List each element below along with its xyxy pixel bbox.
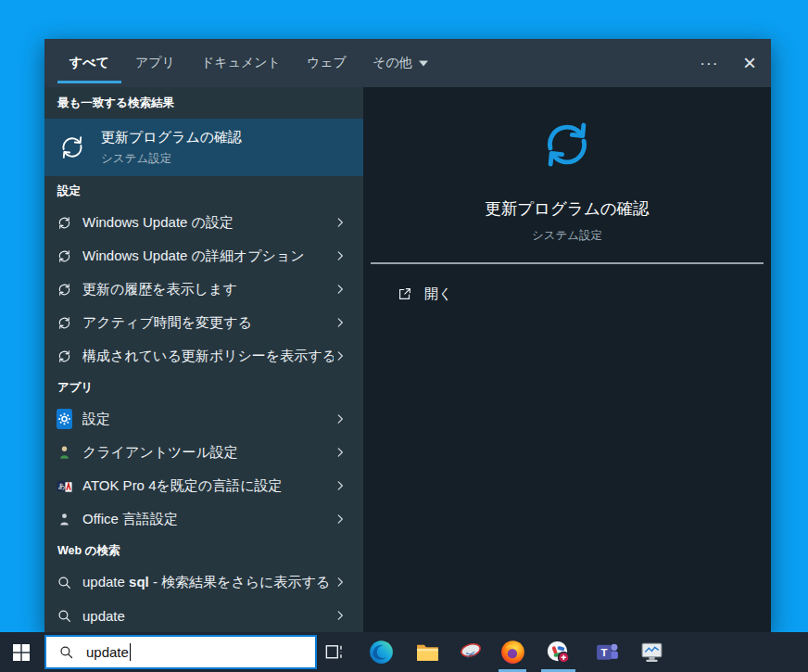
result-row[interactable]: Office 言語設定 <box>44 502 363 536</box>
taskbar: update ✂ T <box>0 632 808 672</box>
teams-icon[interactable]: T <box>594 639 620 665</box>
tab-others[interactable]: その他 <box>360 39 441 87</box>
result-label: update <box>82 608 334 624</box>
result-label: 構成されている更新ポリシーを表示する <box>82 348 334 365</box>
edge-icon[interactable] <box>368 639 394 665</box>
taskbar-search-box[interactable]: update <box>44 635 317 669</box>
result-row[interactable]: アクティブ時間を変更する <box>44 306 363 339</box>
preview-subtitle: システム設定 <box>532 228 602 244</box>
chevron-right-icon[interactable] <box>334 349 347 362</box>
best-match-title: 更新プログラムの確認 <box>101 129 242 146</box>
svg-text:T: T <box>600 647 607 658</box>
chevron-right-icon[interactable] <box>334 316 347 329</box>
result-row[interactable]: クライアントツール設定 <box>44 436 363 469</box>
tab-label: すべて <box>69 55 109 71</box>
chevron-right-icon[interactable] <box>334 513 347 526</box>
open-external-icon <box>397 285 413 302</box>
settings-gear-icon <box>57 412 72 427</box>
result-row[interactable]: Windows Update の詳細オプション <box>44 239 363 273</box>
search-tabs-bar: すべてアプリドキュメントウェブその他 ... × <box>44 39 771 87</box>
app-badge-icon[interactable] <box>545 639 571 665</box>
close-button[interactable]: × <box>743 39 756 87</box>
firefox-icon[interactable] <box>499 639 525 665</box>
result-label: 更新の履歴を表示します <box>82 281 334 298</box>
best-match-subtitle: システム設定 <box>101 151 242 167</box>
text-cursor <box>130 643 131 661</box>
refresh-icon <box>538 116 596 173</box>
system-monitor-icon[interactable] <box>638 639 664 665</box>
refresh-icon <box>57 349 72 364</box>
chevron-right-icon[interactable] <box>334 283 347 296</box>
chevron-right-icon[interactable] <box>334 609 347 622</box>
task-view-icon <box>323 641 345 663</box>
tab-label: ウェブ <box>307 55 347 71</box>
result-label: Windows Update の詳細オプション <box>82 247 334 265</box>
result-label: update sql - 検索結果をさらに表示する <box>82 574 334 591</box>
more-options-button[interactable]: ... <box>701 39 719 87</box>
chevron-right-icon[interactable] <box>334 446 347 459</box>
refresh-icon <box>57 248 72 264</box>
chevron-right-icon[interactable] <box>334 479 347 492</box>
result-label: Windows Update の設定 <box>82 214 334 232</box>
result-row[interactable]: update sql - 検索結果をさらに表示する <box>44 565 363 599</box>
tab-documents[interactable]: ドキュメント <box>188 39 294 87</box>
file-explorer-icon[interactable] <box>414 639 440 665</box>
tab-label: ドキュメント <box>201 55 281 71</box>
section-header-web-search: Web の検索 <box>44 536 363 565</box>
result-row[interactable]: update <box>44 599 363 632</box>
tab-apps[interactable]: アプリ <box>122 39 188 87</box>
chevron-right-icon[interactable] <box>334 412 347 425</box>
open-action[interactable]: 開く <box>363 277 771 311</box>
preview-pane: 更新プログラムの確認 システム設定 開く <box>363 87 771 632</box>
tab-label: その他 <box>372 55 412 71</box>
chevron-right-icon[interactable] <box>334 576 347 589</box>
start-button[interactable] <box>0 632 43 672</box>
result-label: クライアントツール設定 <box>82 444 334 462</box>
tab-all[interactable]: すべて <box>57 39 122 87</box>
search-icon <box>57 575 72 590</box>
search-icon <box>58 644 74 660</box>
result-label: 設定 <box>82 411 334 428</box>
client-tools-icon <box>57 445 72 461</box>
result-label: ATOK Pro 4を既定の言語に設定 <box>82 477 334 495</box>
result-row[interactable]: 構成されている更新ポリシーを表示する <box>44 339 363 373</box>
snipping-tool-icon[interactable]: ✂ <box>458 639 484 665</box>
result-row[interactable]: Windows Update の設定 <box>44 206 363 239</box>
refresh-icon <box>57 315 72 331</box>
best-match-header: 最も一致する検索結果 <box>44 87 363 119</box>
windows-logo-icon <box>13 644 30 661</box>
open-action-label: 開く <box>424 285 452 303</box>
result-label: Office 言語設定 <box>82 511 334 528</box>
search-tabs: すべてアプリドキュメントウェブその他 <box>57 39 441 87</box>
results-pane: 最も一致する検索結果 更新プログラムの確認 システム設定 設定 Windows … <box>44 87 363 632</box>
result-row[interactable]: 設定 <box>44 402 363 436</box>
search-flyout-panel: すべてアプリドキュメントウェブその他 ... × 最も一致する検索結果 更新プロ… <box>44 39 771 632</box>
chevron-right-icon[interactable] <box>334 249 347 262</box>
section-header-settings: 設定 <box>44 176 363 206</box>
office-icon <box>57 512 72 527</box>
refresh-icon <box>57 282 72 298</box>
result-row[interactable]: 更新の履歴を表示します <box>44 273 363 306</box>
svg-text:あ: あ <box>58 482 66 490</box>
section-header-apps: アプリ <box>44 373 363 402</box>
atok-icon: あ <box>57 478 72 494</box>
refresh-icon <box>57 133 87 162</box>
task-view-button[interactable] <box>321 639 347 665</box>
result-label: アクティブ時間を変更する <box>82 314 334 332</box>
result-row[interactable]: あ ATOK Pro 4を既定の言語に設定 <box>44 469 363 502</box>
tab-web[interactable]: ウェブ <box>294 39 360 87</box>
preview-divider <box>371 262 764 264</box>
preview-title: 更新プログラムの確認 <box>485 197 649 220</box>
tab-label: アプリ <box>135 55 175 71</box>
refresh-icon <box>57 215 72 231</box>
search-icon <box>57 608 72 624</box>
best-match-item[interactable]: 更新プログラムの確認 システム設定 <box>44 119 363 176</box>
taskbar-search-input[interactable]: update <box>86 644 129 660</box>
chevron-right-icon[interactable] <box>334 216 347 229</box>
chevron-down-icon <box>419 59 428 67</box>
